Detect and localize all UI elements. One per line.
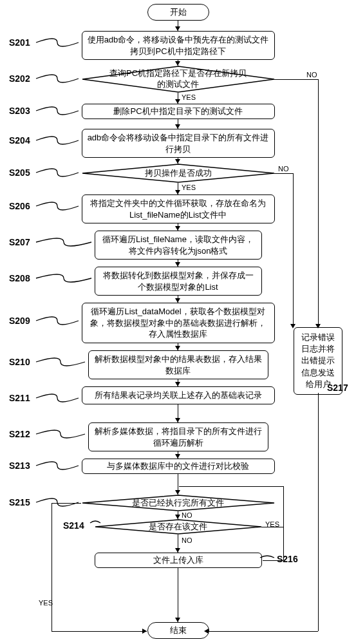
label-s202: S202 <box>9 73 30 84</box>
edge-s214-yes-h <box>261 527 283 527</box>
arrow-icon <box>175 418 180 422</box>
terminator-start: 开始 <box>147 4 209 21</box>
edge-no-vert <box>318 79 319 327</box>
terminator-end: 结束 <box>147 622 209 639</box>
label-s213: S213 <box>9 460 30 471</box>
arrow-icon <box>175 618 180 622</box>
edge-yes-s205: YES <box>182 184 196 191</box>
arrow-icon <box>175 490 180 495</box>
step-s215-text: 是否已经执行完所有文件 <box>132 498 224 507</box>
arrow-icon <box>175 26 180 31</box>
step-s204: adb命令会将移动设备中指定目录下的所有文件进行拷贝 <box>82 129 275 158</box>
step-s210: 解析数据模型对象中的结果表数据，存入结果数据库 <box>88 350 268 379</box>
step-s205: 拷贝操作是否成功 <box>82 164 275 183</box>
step-s201-text: 使用adb命令，将移动设备中预先存在的测试文件拷贝到PC机中指定路径下 <box>88 35 269 56</box>
terminator-end-label: 结束 <box>170 625 187 636</box>
edge-yes-s202: YES <box>182 93 196 101</box>
step-s216: 文件上传入库 <box>95 553 262 568</box>
step-s216-text: 文件上传入库 <box>153 555 203 565</box>
edge-s216-loop-v <box>283 486 284 560</box>
step-s201: 使用adb命令，将移动设备中预先存在的测试文件拷贝到PC机中指定路径下 <box>82 31 275 60</box>
arrow-icon <box>175 298 180 303</box>
label-s217: S217 <box>327 383 348 393</box>
edge-yes-s215: YES <box>39 599 53 607</box>
label-s210: S210 <box>9 357 30 367</box>
label-s204: S204 <box>9 135 30 146</box>
step-s213: 与多媒体数据库中的文件进行对比校验 <box>82 459 275 474</box>
label-s205: S205 <box>9 167 30 178</box>
arrow-icon <box>290 324 295 328</box>
label-s212: S212 <box>9 429 30 439</box>
edge-no-vert-inner <box>293 173 294 327</box>
step-s203-text: 删除PC机中指定目录下的测试文件 <box>113 106 242 116</box>
step-s208: 将数据转化到数据模型对象，并保存成一个数据模型对象的List <box>95 267 262 296</box>
edge-no-s202: NO <box>306 71 317 79</box>
terminator-start-label: 开始 <box>170 6 187 18</box>
label-s206: S206 <box>9 201 30 211</box>
edge-s214-yes-top <box>179 486 283 487</box>
step-s215: 是否已经执行完所有文件 <box>82 495 275 511</box>
step-s210-text: 解析数据模型对象中的结果表数据，存入结果数据库 <box>95 354 262 375</box>
step-s204-text: adb命令会将移动设备中指定目录下的所有文件进行拷贝 <box>88 133 269 154</box>
step-s213-text: 与多媒体数据库中的文件进行对比校验 <box>107 461 249 471</box>
step-s202: 查询PC机指定路径下是否存在新拷贝的测试文件 <box>82 66 275 93</box>
label-s201: S201 <box>9 37 30 48</box>
edge-no-s205: NO <box>278 165 289 173</box>
step-s203: 删除PC机中指定目录下的测试文件 <box>82 104 275 119</box>
step-s214-text: 是否存在该文件 <box>149 522 207 531</box>
label-s214: S214 <box>63 520 84 531</box>
label-s216: S216 <box>277 554 298 564</box>
label-s215: S215 <box>9 497 30 507</box>
step-s206-text: 将指定文件夹中的文件循环获取，存放在命名为List_fileName的List文… <box>90 198 266 220</box>
arrow-icon <box>175 262 180 267</box>
step-s207: 循环遍历List_fileName，读取文件内容，将文件内容转化为json格式 <box>95 231 262 260</box>
step-s209: 循环遍历List_dataModel，获取各个数据模型对象，将数据模型对象中的基… <box>82 303 275 343</box>
step-s209-text: 循环遍历List_dataModel，获取各个数据模型对象，将数据模型对象中的基… <box>90 307 266 339</box>
step-s212-text: 解析多媒体数据，将指目录下的所有文件进行循环遍历解析 <box>95 426 262 448</box>
step-s205-text: 拷贝操作是否成功 <box>145 168 212 178</box>
label-s203: S203 <box>9 106 30 116</box>
arrow-icon <box>142 629 147 634</box>
edge-s202-no <box>274 79 318 80</box>
step-s212: 解析多媒体数据，将指目录下的所有文件进行循环遍历解析 <box>88 422 268 451</box>
arrow-icon <box>175 548 180 553</box>
step-s211-text: 所有结果表记录均关联上述存入的基础表记录 <box>95 390 262 400</box>
arrow-icon <box>175 159 180 164</box>
edge-s205-no <box>274 173 294 174</box>
arrow-icon <box>175 382 180 386</box>
arrow-icon <box>175 454 180 459</box>
label-s209: S209 <box>9 316 30 326</box>
edge-s217-to-end <box>209 631 318 632</box>
step-s207-text: 循环遍历List_fileName，读取文件内容，将文件内容转化为json格式 <box>102 234 254 256</box>
label-s207: S207 <box>9 237 30 247</box>
arrow-icon <box>175 346 180 350</box>
step-s202-text: 查询PC机指定路径下是否存在新拷贝的测试文件 <box>109 68 247 89</box>
arrow-icon <box>204 629 209 634</box>
edge-s217-down <box>318 393 319 631</box>
arrow-icon <box>175 124 180 129</box>
step-s208-text: 将数据转化到数据模型对象，并保存成一个数据模型对象的List <box>103 270 254 292</box>
edge-no-s214: NO <box>182 536 192 544</box>
step-s217-text: 记录错误日志并将出错提示信息发送给用户 <box>301 332 335 389</box>
label-s211: S211 <box>9 393 30 403</box>
edge-s215-yes-bot <box>52 631 147 632</box>
arrow-icon <box>175 515 180 519</box>
step-s214: 是否存在该文件 <box>95 519 262 535</box>
step-s206: 将指定文件夹中的文件循环获取，存放在命名为List_fileName的List文… <box>82 194 275 223</box>
arrow-icon <box>175 190 180 194</box>
arrow-icon <box>175 226 180 231</box>
step-s211: 所有结果表记录均关联上述存入的基础表记录 <box>82 386 275 404</box>
label-s208: S208 <box>9 273 30 283</box>
arrow-icon <box>315 324 321 328</box>
edge-no-s215: NO <box>182 511 192 519</box>
edge-s215-yes-v <box>52 503 52 631</box>
arrow-icon <box>175 61 180 66</box>
arrow-icon <box>175 99 180 104</box>
